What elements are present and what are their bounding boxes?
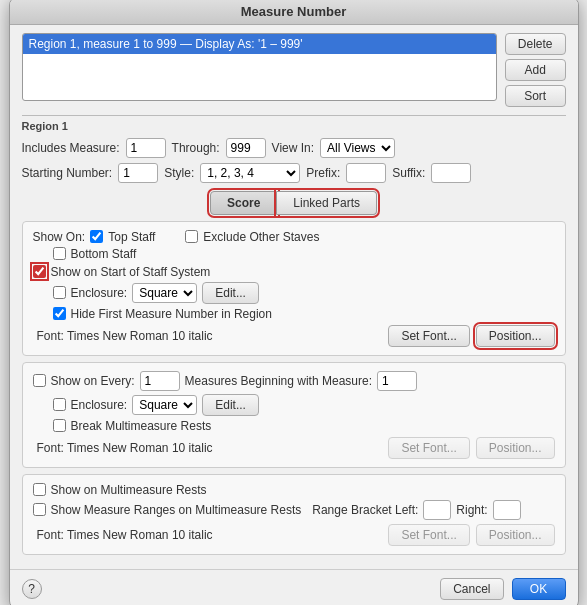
top-staff-label: Top Staff (108, 230, 155, 244)
enclosure-row-1: Enclosure: Square Edit... (53, 282, 555, 304)
set-font-btn-1[interactable]: Set Font... (388, 325, 469, 347)
font-info-2: Font: Times New Roman 10 italic (37, 441, 213, 455)
tab-linked-parts[interactable]: Linked Parts (277, 191, 377, 215)
right-label: Right: (456, 503, 487, 517)
bottom-staff-checkbox[interactable] (53, 247, 66, 260)
break-multimeasure-checkbox[interactable] (53, 419, 66, 432)
suffix-label: Suffix: (392, 166, 425, 180)
position-btn-3[interactable]: Position... (476, 524, 555, 546)
hide-first-checkbox[interactable] (53, 307, 66, 320)
range-bracket-left-input[interactable] (423, 500, 451, 520)
top-staff-checkbox[interactable] (90, 230, 103, 243)
prefix-label: Prefix: (306, 166, 340, 180)
tab-row: Score Linked Parts (22, 191, 566, 215)
show-every-label: Show on Every: (51, 374, 135, 388)
show-start-staff-checkbox[interactable] (33, 265, 46, 278)
exclude-other-staves-label: Exclude Other Staves (203, 230, 319, 244)
enclosure-edit-btn-1[interactable]: Edit... (202, 282, 259, 304)
delete-button[interactable]: Delete (505, 33, 566, 55)
show-on-row: Show On: Top Staff Exclude Other Staves (33, 230, 555, 244)
includes-measure-label: Includes Measure: (22, 141, 120, 155)
hide-first-label: Hide First Measure Number in Region (71, 307, 272, 321)
sort-button[interactable]: Sort (505, 85, 566, 107)
show-measure-ranges-row: Show Measure Ranges on Multimeasure Rest… (33, 500, 555, 520)
right-input[interactable] (493, 500, 521, 520)
enclosure-edit-btn-2[interactable]: Edit... (202, 394, 259, 416)
style-label: Style: (164, 166, 194, 180)
includes-measure-row: Includes Measure: Through: View In: All … (22, 138, 566, 158)
font-actions-1: Set Font... Position... (388, 325, 554, 347)
show-on-label: Show On: (33, 230, 86, 244)
dialog-title: Measure Number (10, 0, 578, 25)
suffix-input[interactable] (431, 163, 471, 183)
font-actions-3: Set Font... Position... (388, 524, 554, 546)
enclosure-row-2: Enclosure: Square Edit... (53, 394, 555, 416)
action-buttons: Delete Add Sort (505, 33, 566, 107)
enclosure-checkbox-2[interactable] (53, 398, 66, 411)
exclude-other-staves-checkbox[interactable] (185, 230, 198, 243)
show-every-checkbox[interactable] (33, 374, 46, 387)
break-multimeasure-row: Break Multimeasure Rests (53, 419, 555, 433)
show-measure-ranges-label: Show Measure Ranges on Multimeasure Rest… (51, 503, 302, 517)
position-btn-1[interactable]: Position... (476, 325, 555, 347)
includes-measure-input[interactable] (126, 138, 166, 158)
style-select[interactable]: 1, 2, 3, 4 (200, 163, 300, 183)
dialog-actions: Cancel OK (440, 578, 565, 600)
cancel-button[interactable]: Cancel (440, 578, 503, 600)
range-bracket-left-label: Range Bracket Left: (312, 503, 418, 517)
view-in-select[interactable]: All Views (320, 138, 395, 158)
font-info-1: Font: Times New Roman 10 italic (37, 329, 213, 343)
through-input[interactable] (226, 138, 266, 158)
prefix-input[interactable] (346, 163, 386, 183)
break-multimeasure-label: Break Multimeasure Rests (71, 419, 212, 433)
enclosure-select-2[interactable]: Square (132, 395, 197, 415)
enclosure-checkbox-1[interactable] (53, 286, 66, 299)
measures-beginning-input[interactable] (377, 371, 417, 391)
font-actions-2: Set Font... Position... (388, 437, 554, 459)
bottom-staff-label: Bottom Staff (71, 247, 137, 261)
show-multimeasure-label: Show on Multimeasure Rests (51, 483, 207, 497)
position-btn-2[interactable]: Position... (476, 437, 555, 459)
help-button[interactable]: ? (22, 579, 42, 599)
show-every-input[interactable] (140, 371, 180, 391)
set-font-btn-2[interactable]: Set Font... (388, 437, 469, 459)
show-start-staff-row: Show on Start of Staff System (33, 265, 555, 279)
through-label: Through: (172, 141, 220, 155)
view-in-label: View In: (272, 141, 314, 155)
list-item[interactable]: Region 1, measure 1 to 999 — Display As:… (23, 34, 496, 54)
show-multimeasure-row: Show on Multimeasure Rests (33, 483, 555, 497)
set-font-btn-3[interactable]: Set Font... (388, 524, 469, 546)
show-measure-ranges-checkbox[interactable] (33, 503, 46, 516)
measures-beginning-label: Measures Beginning with Measure: (185, 374, 372, 388)
section-multimeasure: Show on Multimeasure Rests Show Measure … (22, 474, 566, 555)
ok-button[interactable]: OK (512, 578, 566, 600)
bottom-bar: ? Cancel OK (10, 569, 578, 606)
starting-number-input[interactable] (118, 163, 158, 183)
enclosure-label-1: Enclosure: (71, 286, 128, 300)
section-start-staff: Show On: Top Staff Exclude Other Staves … (22, 221, 566, 356)
add-button[interactable]: Add (505, 59, 566, 81)
enclosure-label-2: Enclosure: (71, 398, 128, 412)
top-section: Region 1, measure 1 to 999 — Display As:… (22, 33, 566, 107)
tab-score[interactable]: Score (210, 191, 277, 215)
bottom-staff-row: Bottom Staff (53, 247, 555, 261)
show-every-row: Show on Every: Measures Beginning with M… (33, 371, 555, 391)
starting-number-row: Starting Number: Style: 1, 2, 3, 4 Prefi… (22, 163, 566, 183)
show-start-staff-label: Show on Start of Staff System (51, 265, 211, 279)
section-show-every: Show on Every: Measures Beginning with M… (22, 362, 566, 468)
show-multimeasure-checkbox[interactable] (33, 483, 46, 496)
enclosure-select-1[interactable]: Square (132, 283, 197, 303)
measure-number-dialog: Measure Number Region 1, measure 1 to 99… (9, 0, 579, 605)
hide-first-row: Hide First Measure Number in Region (53, 307, 555, 321)
region-label: Region 1 (22, 115, 566, 132)
region-list[interactable]: Region 1, measure 1 to 999 — Display As:… (22, 33, 497, 101)
font-info-3: Font: Times New Roman 10 italic (37, 528, 213, 542)
starting-number-label: Starting Number: (22, 166, 113, 180)
